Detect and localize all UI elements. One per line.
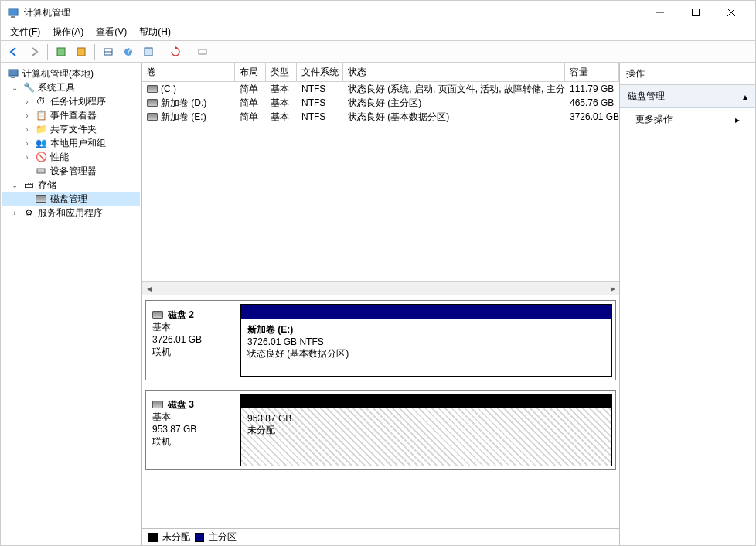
expand-icon[interactable]: › — [10, 208, 19, 217]
volume-layout: 简单 — [235, 82, 266, 97]
device-icon — [35, 165, 47, 177]
navigation-tree[interactable]: 计算机管理(本地) ⌄ 🔧 系统工具 › ⏱ 任务计划程序 › 📋 事件查看器 … — [1, 63, 142, 545]
partition-title: 新加卷 (E:) — [247, 323, 605, 336]
volume-row[interactable]: 新加卷 (D:) 简单 基本 NTFS 状态良好 (主分区) 465.76 GB — [142, 96, 619, 110]
disk-icon — [152, 311, 163, 319]
disk-graphical-body[interactable]: 磁盘 2 基本 3726.01 GB 联机 新加卷 (E:) 3726.01 G… — [142, 295, 619, 528]
expand-icon[interactable]: › — [22, 138, 32, 148]
tree-label: 磁盘管理 — [50, 193, 87, 206]
volume-capacity: 111.79 GB — [565, 83, 619, 95]
content-area: 计算机管理(本地) ⌄ 🔧 系统工具 › ⏱ 任务计划程序 › 📋 事件查看器 … — [1, 63, 755, 545]
menu-view[interactable]: 查看(V) — [90, 24, 133, 40]
forward-button[interactable] — [26, 43, 43, 60]
actions-section[interactable]: 磁盘管理 ▴ — [620, 85, 755, 108]
tool-button-3[interactable] — [100, 43, 117, 60]
legend: 未分配 主分区 — [142, 528, 619, 545]
legend-swatch-unallocated — [148, 533, 158, 542]
tree-root[interactable]: 计算机管理(本地) — [2, 67, 140, 80]
volume-name: 新加卷 (D:) — [161, 97, 206, 110]
horizontal-scrollbar[interactable]: ◂ ▸ — [142, 281, 619, 295]
tree-label: 服务和应用程序 — [38, 206, 103, 220]
chevron-right-icon: ▸ — [735, 114, 740, 125]
tool-button-4[interactable] — [140, 43, 157, 60]
tree-label: 系统工具 — [38, 81, 75, 94]
tree-device-manager[interactable]: 设备管理器 — [2, 164, 140, 178]
svg-rect-0 — [9, 9, 18, 15]
main-panel: 卷 布局 类型 文件系统 状态 容量 (C:) 简单 基本 NTFS 状态良好 … — [142, 63, 620, 545]
svg-rect-14 — [9, 70, 18, 76]
volume-name: (C:) — [161, 84, 176, 94]
volume-list-body[interactable]: (C:) 简单 基本 NTFS 状态良好 (系统, 启动, 页面文件, 活动, … — [142, 82, 619, 281]
partition-color-bar — [241, 394, 611, 408]
tool-button-5[interactable] — [194, 43, 211, 60]
scroll-left-icon[interactable]: ◂ — [142, 282, 155, 295]
tool-button-2[interactable] — [73, 43, 90, 60]
tree-shared-folders[interactable]: › 📁 共享文件夹 — [2, 122, 140, 136]
expand-icon[interactable]: › — [22, 152, 32, 162]
expand-icon[interactable]: ⌄ — [10, 180, 19, 189]
help-button[interactable]: ? — [120, 43, 137, 60]
disk-state: 联机 — [152, 435, 230, 448]
col-status[interactable]: 状态 — [343, 63, 565, 81]
tree-local-users[interactable]: › 👥 本地用户和组 — [2, 136, 140, 150]
tree-services[interactable]: › ⚙ 服务和应用程序 — [2, 206, 140, 220]
volume-layout: 简单 — [235, 96, 266, 111]
event-icon: 📋 — [35, 109, 47, 121]
col-capacity[interactable]: 容量 — [565, 63, 619, 81]
tool-button-1[interactable] — [53, 43, 70, 60]
tree-performance[interactable]: › 🚫 性能 — [2, 150, 140, 164]
actions-more[interactable]: 更多操作 ▸ — [620, 108, 755, 131]
partition[interactable]: 新加卷 (E:) 3726.01 GB NTFS 状态良好 (基本数据分区) — [240, 304, 612, 377]
computer-icon — [7, 67, 19, 80]
disk-name: 磁盘 3 — [168, 398, 194, 411]
expand-icon[interactable]: › — [22, 111, 32, 120]
tree-event-viewer[interactable]: › 📋 事件查看器 — [2, 108, 140, 122]
performance-icon: 🚫 — [35, 151, 47, 163]
tree-label: 存储 — [38, 179, 56, 192]
expand-icon[interactable]: › — [22, 97, 32, 106]
disk-info: 磁盘 3 基本 953.87 GB 联机 — [146, 391, 237, 469]
svg-rect-3 — [693, 9, 700, 16]
expand-icon[interactable]: ⌄ — [10, 83, 19, 92]
disk-row[interactable]: 磁盘 3 基本 953.87 GB 联机 953.87 GB 未分配 — [145, 390, 616, 470]
disk-graphical-view: 磁盘 2 基本 3726.01 GB 联机 新加卷 (E:) 3726.01 G… — [142, 295, 619, 545]
volume-list-header: 卷 布局 类型 文件系统 状态 容量 — [142, 63, 619, 82]
menu-help[interactable]: 帮助(H) — [133, 24, 177, 40]
tree-label: 性能 — [50, 151, 69, 164]
col-filesystem[interactable]: 文件系统 — [297, 63, 343, 81]
tree-system-tools[interactable]: ⌄ 🔧 系统工具 — [2, 80, 140, 94]
partition-status: 未分配 — [247, 424, 605, 437]
back-button[interactable] — [5, 43, 22, 60]
partition-status: 状态良好 (基本数据分区) — [247, 347, 605, 360]
tree-label: 事件查看器 — [50, 109, 97, 122]
users-icon: 👥 — [35, 137, 47, 149]
svg-rect-15 — [11, 77, 15, 78]
expand-icon[interactable]: › — [22, 125, 32, 134]
col-volume[interactable]: 卷 — [142, 63, 235, 81]
legend-label-primary: 主分区 — [209, 531, 237, 544]
disk-row[interactable]: 磁盘 2 基本 3726.01 GB 联机 新加卷 (E:) 3726.01 G… — [145, 300, 616, 380]
actions-section-label: 磁盘管理 — [628, 90, 665, 103]
maximize-button[interactable] — [678, 1, 713, 24]
menu-action[interactable]: 操作(A) — [46, 24, 90, 40]
tree-label: 设备管理器 — [50, 165, 97, 178]
disk-name: 磁盘 2 — [168, 309, 194, 321]
volume-row[interactable]: (C:) 简单 基本 NTFS 状态良好 (系统, 启动, 页面文件, 活动, … — [142, 82, 619, 96]
svg-rect-7 — [77, 48, 85, 56]
disk-type: 基本 — [152, 411, 230, 423]
partition-unallocated[interactable]: 953.87 GB 未分配 — [240, 394, 612, 466]
refresh-button[interactable] — [167, 43, 184, 60]
menu-file[interactable]: 文件(F) — [4, 24, 46, 40]
volume-row[interactable]: 新加卷 (E:) 简单 基本 NTFS 状态良好 (基本数据分区) 3726.0… — [142, 110, 619, 124]
tree-task-scheduler[interactable]: › ⏱ 任务计划程序 — [2, 94, 140, 108]
volume-status: 状态良好 (基本数据分区) — [343, 110, 565, 125]
close-button[interactable] — [713, 1, 749, 24]
volume-type: 基本 — [266, 96, 297, 111]
scroll-right-icon[interactable]: ▸ — [606, 282, 619, 295]
col-layout[interactable]: 布局 — [235, 63, 266, 81]
tree-label: 本地用户和组 — [50, 137, 106, 150]
tree-disk-management[interactable]: 磁盘管理 — [2, 192, 140, 206]
minimize-button[interactable] — [642, 1, 678, 24]
col-type[interactable]: 类型 — [266, 63, 297, 81]
tree-storage[interactable]: ⌄ 🗃 存储 — [2, 178, 140, 192]
